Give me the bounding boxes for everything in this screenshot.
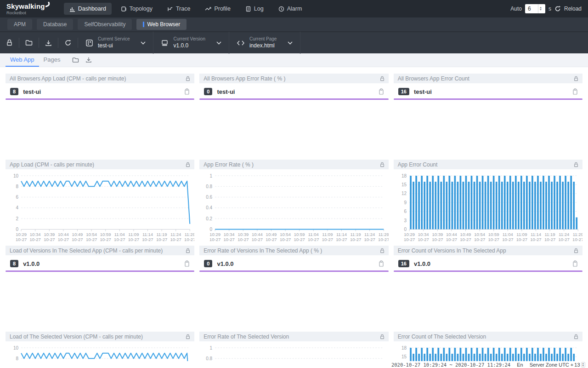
svg-text:10-27: 10-27 <box>156 237 167 242</box>
svg-text:10-27: 10-27 <box>280 237 291 242</box>
card-title: App Load (CPM - calls per minute) <box>10 161 94 168</box>
logo-subtitle: Rocketbot <box>6 11 51 15</box>
refresh-button[interactable] <box>58 39 78 46</box>
code-icon <box>237 40 245 46</box>
current-service-label: Current Service <box>98 36 130 42</box>
chevron-down-icon <box>216 41 221 45</box>
svg-text:11:29: 11:29 <box>379 232 389 237</box>
card-title: Load of Versions In The Selected App (CP… <box>10 247 163 254</box>
svg-text:10-27: 10-27 <box>488 237 499 242</box>
import-dashboard-icon[interactable] <box>72 57 79 63</box>
selected-item-underline <box>394 98 582 100</box>
time-range-picker[interactable]: 2020-10-27 10:29:24 ~ 2020-10-27 11:29:2… <box>391 362 510 368</box>
version-name[interactable]: v1.0.0 <box>414 260 430 267</box>
auto-refresh-stepper[interactable]: ▲▼ <box>538 4 543 13</box>
card-error-rate-of-versions: Error Rate of Versions In The Selected A… <box>199 246 388 332</box>
tab-pages[interactable]: Pages <box>39 53 65 67</box>
copy-icon[interactable] <box>184 260 190 267</box>
lock-icon[interactable] <box>186 334 190 339</box>
copy-icon[interactable] <box>184 88 190 95</box>
card-app-error-rate-chart: App Error Rate ( % ) 00.20.40.60.8110:29… <box>199 160 388 246</box>
svg-text:10-27: 10-27 <box>350 237 361 242</box>
nav-item-topology[interactable]: Topology <box>115 3 158 15</box>
server-zone-label: Server Zone UTC + <box>530 362 574 368</box>
current-version-selector[interactable]: Current Version v1.0.0 <box>153 32 228 54</box>
card-load-of-versions: Load of Versions In The Selected App (CP… <box>6 246 194 332</box>
svg-text:0: 0 <box>404 227 407 232</box>
copy-icon[interactable] <box>379 88 384 95</box>
svg-text:11:24: 11:24 <box>364 232 375 237</box>
export-dashboard-icon[interactable] <box>85 57 92 63</box>
auto-refresh-input[interactable] <box>525 6 538 12</box>
nav-item-dashboard[interactable]: Dashboard <box>64 3 112 15</box>
version-name[interactable]: v1.0.0 <box>217 260 233 267</box>
tab-selfobservability[interactable]: SelfObservability <box>78 19 132 30</box>
card-title: App Error Count <box>398 161 438 168</box>
server-zone-control[interactable]: Server Zone UTC +13 ▲▼ <box>530 362 585 368</box>
lock-icon[interactable] <box>186 76 190 81</box>
svg-text:10-27: 10-27 <box>128 237 139 242</box>
lock-icon <box>6 39 13 46</box>
laptop-icon <box>161 40 169 46</box>
lock-icon[interactable] <box>574 76 578 81</box>
reload-icon[interactable] <box>554 6 561 12</box>
nav-item-profile[interactable]: Profile <box>199 3 236 15</box>
nav-item-alarm[interactable]: Alarm <box>273 3 308 15</box>
lock-icon[interactable] <box>186 162 190 167</box>
export-template-button[interactable] <box>39 40 58 46</box>
language-toggle[interactable]: En <box>517 362 523 368</box>
nav-label: Trace <box>176 6 191 12</box>
svg-text:10-27: 10-27 <box>266 237 277 242</box>
lock-icon[interactable] <box>380 162 384 167</box>
reload-label[interactable]: Reload <box>564 6 582 12</box>
svg-text:10-27: 10-27 <box>446 237 457 242</box>
lock-icon[interactable] <box>380 76 384 81</box>
lock-icon[interactable] <box>574 334 578 339</box>
apps-icon <box>85 39 93 47</box>
svg-text:0: 0 <box>16 227 19 232</box>
current-service-selector[interactable]: Current Service test-ui <box>78 32 153 54</box>
nav-item-trace[interactable]: Trace <box>162 3 196 15</box>
auto-refresh-label: Auto <box>510 6 522 12</box>
svg-text:10-27: 10-27 <box>100 237 111 242</box>
service-name[interactable]: test-ui <box>414 88 432 95</box>
auto-refresh-input-wrap: ▲▼ <box>525 4 545 13</box>
tab-web-browser[interactable]: Web Browser <box>136 19 187 30</box>
version-name[interactable]: v1.0.0 <box>23 260 40 267</box>
svg-text:0.6: 0.6 <box>206 195 212 200</box>
svg-text:10:49: 10:49 <box>460 232 471 237</box>
status-footer: 2020-10-27 10:29:24 ~ 2020-10-27 11:29:2… <box>0 361 588 368</box>
svg-text:10:29: 10:29 <box>404 232 415 237</box>
card-all-browsers-app-load: All Browsers App Load (CPM - calls per m… <box>6 74 194 160</box>
svg-text:10:39: 10:39 <box>432 232 443 237</box>
tab-web-app[interactable]: Web App <box>6 53 39 67</box>
copy-icon[interactable] <box>572 260 578 267</box>
svg-text:11:04: 11:04 <box>114 232 125 237</box>
service-name[interactable]: test-ui <box>217 88 235 95</box>
current-page-selector[interactable]: Current Page index.html <box>229 32 300 54</box>
lock-icon[interactable] <box>186 248 190 253</box>
lock-button[interactable] <box>0 39 19 46</box>
server-zone-stepper[interactable]: ▲▼ <box>581 362 585 368</box>
svg-text:10-27: 10-27 <box>378 237 388 242</box>
svg-text:10:34: 10:34 <box>418 232 429 237</box>
selected-item-underline <box>6 98 194 100</box>
copy-icon[interactable] <box>379 260 384 267</box>
lock-icon[interactable] <box>574 248 578 253</box>
lock-icon[interactable] <box>574 162 578 167</box>
svg-text:10-27: 10-27 <box>142 237 153 242</box>
copy-icon[interactable] <box>572 88 578 95</box>
tab-database[interactable]: Database <box>37 19 73 30</box>
tab-apm[interactable]: APM <box>7 19 32 30</box>
lock-icon[interactable] <box>380 248 384 253</box>
nav-item-log[interactable]: Log <box>240 3 269 15</box>
server-zone-value: 13 <box>574 362 580 368</box>
import-template-button[interactable] <box>19 40 39 46</box>
svg-text:11:19: 11:19 <box>544 232 555 237</box>
service-name[interactable]: test-ui <box>23 88 41 95</box>
lock-icon[interactable] <box>380 334 384 339</box>
svg-text:15: 15 <box>401 182 407 187</box>
svg-text:10:44: 10:44 <box>252 232 263 237</box>
svg-text:10-27: 10-27 <box>418 237 429 242</box>
metric-badge: 16 <box>398 88 409 95</box>
